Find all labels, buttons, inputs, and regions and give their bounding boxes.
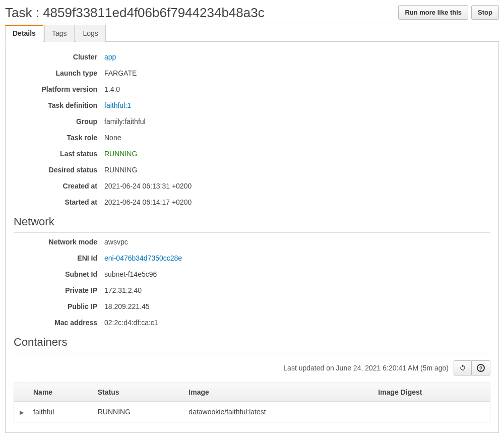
containers-table: Name Status Image Image Digest ▶ faithfu… (14, 383, 490, 422)
eni-id-link[interactable]: eni-0476b34d7350cc28e (104, 254, 182, 262)
network-mode-value: awsvpc (104, 238, 128, 246)
group-value: family:faithful (104, 117, 146, 126)
col-image[interactable]: Image (184, 383, 374, 402)
launch-type-value: FARGATE (104, 69, 137, 77)
created-at-label: Created at (14, 182, 104, 190)
container-status: RUNNING (94, 402, 185, 422)
task-role-value: None (104, 134, 121, 142)
details-panel: Cluster app Launch type FARGATE Platform… (5, 42, 499, 433)
run-more-button[interactable]: Run more like this (398, 5, 468, 20)
desired-status-value: RUNNING (104, 166, 137, 174)
container-image-digest (374, 402, 490, 422)
tab-bar: Details Tags Logs (5, 24, 499, 42)
help-icon: ? (477, 364, 485, 372)
last-status-value: RUNNING (104, 150, 137, 158)
public-ip-label: Public IP (14, 302, 104, 310)
started-at-label: Started at (14, 198, 104, 206)
page-title: Task : 4859f33811ed4f06b6f7944234b48a3c (5, 5, 265, 21)
network-heading: Network (14, 215, 490, 233)
expander-column-header (14, 383, 29, 402)
cluster-label: Cluster (14, 53, 104, 61)
refresh-button[interactable] (454, 360, 471, 376)
cluster-link[interactable]: app (104, 53, 116, 61)
containers-heading: Containers (14, 336, 490, 353)
task-definition-link[interactable]: faithful:1 (104, 101, 131, 109)
task-id: 4859f33811ed4f06b6f7944234b48a3c (43, 5, 265, 20)
mac-address-label: Mac address (14, 319, 104, 327)
platform-version-value: 1.4.0 (104, 85, 120, 93)
desired-status-label: Desired status (14, 166, 104, 174)
container-name: faithful (29, 402, 94, 422)
last-status-label: Last status (14, 150, 104, 158)
tab-details[interactable]: Details (5, 25, 43, 42)
last-updated-text: Last updated on June 24, 2021 6:20:41 AM… (283, 364, 449, 372)
header-actions: Run more like this Stop (398, 5, 499, 20)
help-button[interactable]: ? (471, 360, 490, 376)
started-at-value: 2021-06-24 06:14:17 +0200 (104, 198, 192, 206)
tab-logs[interactable]: Logs (76, 25, 106, 42)
col-status[interactable]: Status (94, 383, 185, 402)
stop-button[interactable]: Stop (471, 5, 499, 20)
tab-tags[interactable]: Tags (44, 25, 75, 42)
title-prefix: Task : (5, 5, 43, 20)
col-image-digest[interactable]: Image Digest (374, 383, 490, 402)
subnet-id-value: subnet-f14e5c96 (104, 270, 157, 278)
table-row: ▶ faithful RUNNING datawookie/faithful:l… (14, 402, 490, 422)
refresh-icon (459, 364, 466, 371)
network-mode-label: Network mode (14, 238, 104, 246)
created-at-value: 2021-06-24 06:13:31 +0200 (104, 182, 192, 190)
subnet-id-label: Subnet Id (14, 270, 104, 278)
row-expander-icon[interactable]: ▶ (20, 409, 24, 415)
containers-toolbar: ? (454, 360, 490, 376)
platform-version-label: Platform version (14, 85, 104, 93)
public-ip-value: 18.209.221.45 (104, 302, 150, 310)
container-image: datawookie/faithful:latest (184, 402, 374, 422)
task-role-label: Task role (14, 134, 104, 142)
private-ip-label: Private IP (14, 286, 104, 294)
task-definition-label: Task definition (14, 101, 104, 109)
mac-address-value: 02:2c:d4:df:ca:c1 (104, 319, 158, 327)
group-label: Group (14, 117, 104, 126)
launch-type-label: Launch type (14, 69, 104, 77)
eni-id-label: ENI Id (14, 254, 104, 262)
col-name[interactable]: Name (29, 383, 94, 402)
private-ip-value: 172.31.2.40 (104, 286, 142, 294)
